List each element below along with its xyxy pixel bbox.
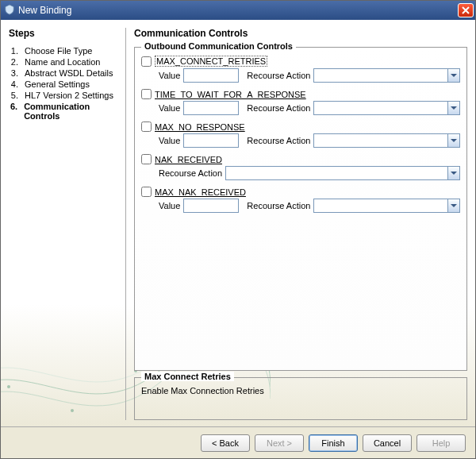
chevron-down-icon[interactable] (447, 133, 460, 148)
combo-input[interactable] (313, 199, 447, 213)
group-title: Outbound Communication Controls (141, 41, 296, 51)
combo-input[interactable] (225, 166, 447, 180)
nak-received-checkbox[interactable] (141, 154, 152, 164)
description-title: Max Connect Retries (141, 372, 234, 381)
combo-input[interactable] (313, 68, 447, 83)
step-item: 2.Name and Location (9, 56, 121, 68)
max-nak-received-value-input[interactable] (183, 199, 239, 213)
value-label: Value (159, 136, 180, 145)
step-item-active: 6.Communication Controls (9, 101, 121, 122)
control-time-to-wait: TIME_TO_WAIT_FOR_A_RESPONSE Value Recour… (141, 89, 460, 115)
chevron-down-icon[interactable] (447, 68, 460, 83)
finish-button[interactable]: Finish (309, 434, 358, 452)
chevron-down-icon[interactable] (447, 101, 460, 115)
max-no-response-checkbox[interactable] (141, 122, 152, 132)
nak-received-recourse-combo[interactable] (225, 166, 460, 180)
control-label: MAX_CONNECT_RETRIES (155, 56, 267, 67)
step-item: 4.General Settings (9, 79, 121, 90)
steps-list: 1.Choose File Type 2.Name and Location 3… (9, 45, 121, 122)
control-label: MAX_NAK_RECEIVED (155, 187, 246, 197)
description-box: Max Connect Retries Enable Max Connectio… (134, 377, 467, 420)
control-max-nak-received: MAX_NAK_RECEIVED Value Recourse Action (141, 187, 460, 213)
step-item: 1.Choose File Type (9, 45, 121, 56)
wizard-window: New Binding Steps 1.Choose File Type 2.N… (0, 0, 476, 459)
steps-heading: Steps (9, 28, 121, 39)
step-item: 5.HL7 Version 2 Settings (9, 90, 121, 101)
titlebar: New Binding (1, 1, 475, 20)
recourse-label: Recourse Action (247, 103, 310, 113)
combo-input[interactable] (313, 101, 447, 115)
wizard-body: Steps 1.Choose File Type 2.Name and Loca… (1, 20, 475, 426)
wizard-buttons: < Back Next > Finish Cancel Help (1, 426, 475, 458)
control-nak-received: NAK_RECEIVED Recourse Action (141, 154, 460, 180)
max-no-response-value-input[interactable] (183, 133, 239, 148)
combo-input[interactable] (313, 133, 447, 148)
close-icon (462, 6, 470, 14)
max-no-response-recourse-combo[interactable] (313, 133, 460, 148)
step-item: 3.Abstract WSDL Details (9, 68, 121, 79)
recourse-label: Recourse Action (247, 136, 310, 145)
max-connect-retries-value-input[interactable] (183, 68, 239, 83)
control-max-connect-retries: MAX_CONNECT_RETRIES Value Recourse Actio… (141, 56, 460, 83)
outbound-controls-group: Outbound Communication Controls MAX_CONN… (134, 47, 467, 371)
window-title: New Binding (18, 5, 71, 16)
help-button[interactable]: Help (416, 434, 466, 452)
steps-sidebar: Steps 1.Choose File Type 2.Name and Loca… (9, 28, 126, 420)
control-label: TIME_TO_WAIT_FOR_A_RESPONSE (155, 90, 306, 99)
page-title: Communication Controls (134, 28, 467, 39)
value-label: Value (159, 103, 180, 113)
close-button[interactable] (458, 3, 474, 17)
recourse-label: Recourse Action (247, 201, 310, 210)
back-button[interactable]: < Back (201, 434, 250, 452)
cancel-button[interactable]: Cancel (363, 434, 412, 452)
value-label: Value (159, 201, 180, 210)
max-connect-retries-recourse-combo[interactable] (313, 68, 460, 83)
control-max-no-response: MAX_NO_RESPONSE Value Recourse Action (141, 122, 460, 148)
chevron-down-icon[interactable] (447, 166, 460, 180)
time-to-wait-value-input[interactable] (183, 101, 239, 115)
max-connect-retries-checkbox[interactable] (141, 56, 152, 67)
value-label: Value (159, 71, 180, 80)
app-icon (4, 4, 15, 17)
recourse-label: Recourse Action (159, 168, 222, 178)
control-label: MAX_NO_RESPONSE (155, 122, 245, 132)
control-label: NAK_RECEIVED (155, 155, 222, 164)
time-to-wait-checkbox[interactable] (141, 89, 152, 99)
description-text: Enable Max Connection Retries (141, 386, 460, 395)
time-to-wait-recourse-combo[interactable] (313, 101, 460, 115)
main-panel: Communication Controls Outbound Communic… (134, 28, 467, 420)
max-nak-received-checkbox[interactable] (141, 187, 152, 197)
next-button[interactable]: Next > (255, 434, 304, 452)
chevron-down-icon[interactable] (447, 199, 460, 213)
max-nak-received-recourse-combo[interactable] (313, 199, 460, 213)
recourse-label: Recourse Action (247, 71, 310, 80)
